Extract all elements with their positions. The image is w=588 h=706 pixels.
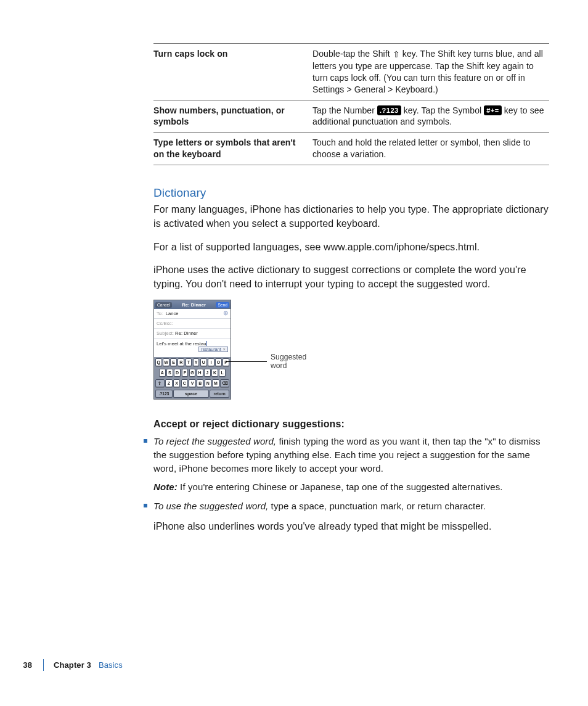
- mock-keyboard: QWERTYUIOP ASDFGHJKL ⇧ZXCVBNM⌫ .?123spac…: [154, 357, 231, 399]
- keyboard-key: H: [197, 369, 203, 377]
- mock-to-field: To: Lance ⊕: [154, 309, 231, 319]
- keyboard-key: A: [159, 369, 166, 377]
- table-row-description: Tap the Number .?123 key. Tap the Symbol…: [312, 100, 549, 133]
- keyboard-tips-table: Turn caps lock onDouble-tap the Shift ⇧ …: [153, 43, 549, 165]
- keyboard-key: W: [163, 358, 169, 366]
- footer-chapter-label: Chapter 3: [54, 660, 91, 670]
- table-row-description: Touch and hold the related letter or sym…: [312, 133, 549, 165]
- shift-key-icon: ⇧: [393, 49, 400, 60]
- keyboard-key: C: [181, 379, 188, 387]
- table-row-label: Turn caps lock on: [153, 44, 312, 101]
- section-heading-dictionary: Dictionary: [153, 186, 549, 200]
- table-row-label: Show numbers, punctuation, or symbols: [153, 100, 312, 133]
- keyboard-key: ⇧: [155, 379, 165, 387]
- keyboard-key: S: [166, 369, 173, 377]
- page-footer: 38 Chapter 3 Basics: [0, 659, 123, 671]
- dictionary-paragraph-2: For a list of supported languages, see w…: [153, 240, 549, 254]
- page-number: 38: [0, 660, 32, 670]
- list-item: To use the suggested word, type a space,…: [153, 499, 549, 513]
- keyboard-key: V: [189, 379, 195, 387]
- keyboard-key: D: [174, 369, 181, 377]
- keyboard-key: .?123: [155, 390, 173, 398]
- keyboard-key: Y: [193, 358, 200, 366]
- symbol-key-icon: #+=: [484, 105, 501, 116]
- keyboard-key: Q: [155, 358, 162, 366]
- callout-suggested-word: Suggested word: [271, 353, 306, 371]
- mock-cc-field: Cc/Bcc:: [154, 319, 231, 329]
- keyboard-key: X: [173, 379, 180, 387]
- keyboard-key: P: [223, 358, 229, 366]
- mock-subject-field: Subject: Re: Dinner: [154, 329, 231, 339]
- footer-chapter-name: Basics: [99, 660, 123, 670]
- keyboard-key: M: [212, 379, 219, 387]
- mock-suggestion-bubble: restaurant: [198, 347, 228, 352]
- accept-reject-subheading: Accept or reject dictionary suggestions:: [153, 417, 549, 431]
- underline-note-paragraph: iPhone also underlines words you've alre…: [153, 519, 549, 533]
- table-row-description: Double-tap the Shift ⇧ key. The Shift ke…: [312, 44, 549, 101]
- keyboard-key: T: [186, 358, 192, 366]
- keyboard-key: K: [211, 369, 218, 377]
- list-item: To reject the suggested word, finish typ…: [153, 435, 549, 493]
- dictionary-paragraph-1: For many languages, iPhone has dictionar…: [153, 202, 549, 231]
- mock-cancel-button: Cancel: [155, 302, 172, 308]
- keyboard-key: I: [208, 358, 214, 366]
- keyboard-key: F: [182, 369, 189, 377]
- keyboard-key: B: [197, 379, 203, 387]
- keyboard-key: E: [170, 358, 177, 366]
- keyboard-key: R: [178, 358, 184, 366]
- mock-message-body: Let's meet at the restau restaurant: [154, 339, 231, 357]
- keyboard-key: space: [173, 390, 209, 398]
- keyboard-key: Z: [165, 379, 172, 387]
- mock-navbar-title: Re: Dinner: [172, 302, 216, 308]
- suggestion-bullet-list: To reject the suggested word, finish typ…: [153, 435, 549, 513]
- keyboard-key: G: [189, 369, 196, 377]
- keyboard-key: O: [215, 358, 222, 366]
- keyboard-key: L: [219, 369, 226, 377]
- mock-send-button: Send: [216, 302, 229, 308]
- keyboard-key: ⌫: [220, 379, 229, 387]
- number-key-icon: .?123: [377, 105, 401, 116]
- keyboard-key: return: [210, 390, 229, 398]
- iphone-screenshot-mock: Cancel Re: Dinner Send To: Lance ⊕ Cc/Bc…: [153, 300, 231, 400]
- keyboard-key: U: [200, 358, 207, 366]
- table-row-label: Type letters or symbols that aren't on t…: [153, 133, 312, 165]
- dictionary-paragraph-3: iPhone uses the active dictionary to sug…: [153, 263, 549, 291]
- keyboard-key: N: [205, 379, 211, 387]
- keyboard-key: J: [204, 369, 211, 377]
